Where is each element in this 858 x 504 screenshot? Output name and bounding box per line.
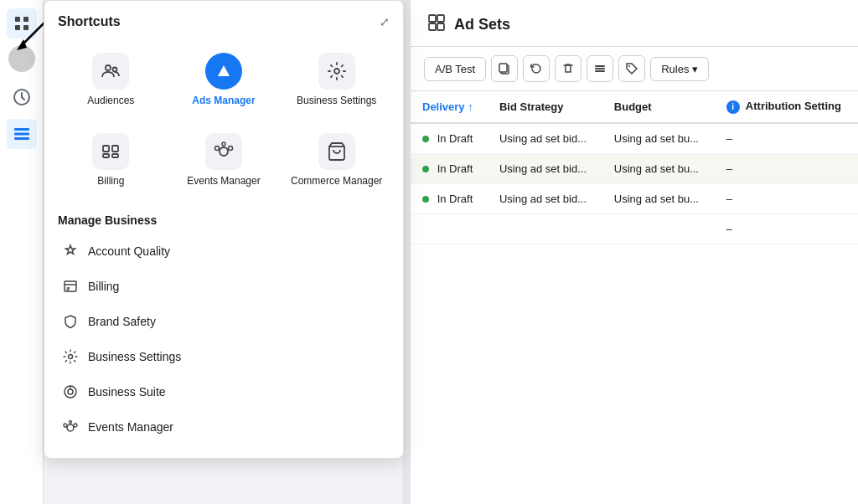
- manage-business-settings-icon: [61, 347, 80, 366]
- events-manager-label: Events Manager: [187, 175, 260, 187]
- manage-events-manager[interactable]: Events Manager: [58, 409, 390, 445]
- cell-delivery-4: [411, 213, 488, 244]
- account-quality-icon: [61, 242, 80, 260]
- svg-rect-14: [103, 146, 109, 152]
- cell-delivery-2: In Draft: [411, 153, 488, 183]
- svg-point-19: [214, 147, 219, 151]
- tag-icon: [625, 62, 638, 75]
- billing-icon: [101, 141, 121, 162]
- svg-point-10: [106, 65, 111, 70]
- manage-business-suite[interactable]: Business Suite: [58, 374, 390, 409]
- undo-button[interactable]: [523, 55, 550, 82]
- cell-bid-strategy-4: [488, 213, 602, 244]
- table-row[interactable]: –: [411, 213, 858, 244]
- svg-point-23: [69, 355, 73, 359]
- svg-point-25: [68, 389, 73, 394]
- list-icon: [13, 125, 31, 143]
- shortcut-events-manager[interactable]: Events Manager: [171, 123, 277, 197]
- grid-menu-button[interactable]: [7, 8, 37, 39]
- svg-rect-38: [595, 68, 605, 69]
- shortcut-audiences[interactable]: Audiences: [58, 43, 164, 116]
- shortcut-commerce-manager[interactable]: Commerce Manager: [283, 123, 390, 197]
- sidebar-list-icon[interactable]: [7, 119, 37, 149]
- business-settings-label: Business Settings: [297, 95, 376, 106]
- ad-sets-header: Ad Sets: [411, 0, 858, 47]
- svg-rect-9: [14, 137, 29, 140]
- svg-point-28: [64, 424, 67, 427]
- table-container: Delivery ↑ Bid Strategy Budget i Attribu…: [411, 91, 858, 244]
- business-settings-icon-box: [318, 53, 355, 90]
- delete-button[interactable]: [555, 55, 581, 82]
- svg-rect-16: [103, 154, 109, 157]
- toolbar: A/B Test: [411, 47, 858, 91]
- shortcuts-title: Shortcuts: [58, 14, 121, 29]
- svg-rect-3: [23, 17, 28, 22]
- shortcut-ads-manager[interactable]: Ads Manager: [171, 43, 277, 116]
- svg-rect-22: [65, 281, 76, 291]
- svg-rect-33: [429, 23, 436, 30]
- user-avatar[interactable]: [8, 45, 35, 72]
- status-dot-green: [422, 196, 429, 203]
- svg-point-40: [628, 65, 630, 67]
- audiences-icon-box: [92, 53, 129, 90]
- th-delivery[interactable]: Delivery ↑: [411, 91, 488, 123]
- table-row[interactable]: In Draft Using ad set bid... Using ad se…: [411, 183, 858, 213]
- manage-brand-safety[interactable]: Brand Safety: [58, 304, 390, 339]
- cell-budget-4: [602, 213, 715, 244]
- brand-safety-icon: [61, 312, 80, 331]
- ab-test-button[interactable]: A/B Test: [424, 57, 486, 81]
- edit-button[interactable]: [587, 55, 613, 82]
- svg-marker-12: [218, 65, 230, 76]
- ads-manager-icon: [216, 64, 231, 79]
- svg-rect-8: [14, 133, 29, 136]
- audiences-label: Audiences: [87, 95, 134, 106]
- th-budget: Budget: [602, 91, 715, 123]
- sidebar-clock-icon[interactable]: [7, 82, 37, 112]
- svg-rect-31: [429, 15, 436, 22]
- manage-billing[interactable]: Billing: [58, 269, 390, 304]
- events-manager-manage-label: Events Manager: [88, 420, 173, 434]
- commerce-manager-icon-box: [318, 133, 355, 170]
- left-sidebar: [0, 0, 44, 504]
- rules-button[interactable]: Rules ▾: [650, 57, 709, 81]
- edit-icon: [593, 62, 607, 75]
- ad-sets-title: Ad Sets: [454, 16, 510, 33]
- cell-attribution-1: –: [715, 123, 858, 154]
- svg-point-29: [74, 424, 77, 427]
- tag-button[interactable]: [618, 55, 645, 82]
- manage-business-settings[interactable]: Business Settings: [58, 339, 390, 374]
- ad-sets-table: Delivery ↑ Bid Strategy Budget i Attribu…: [411, 91, 858, 244]
- billing-label: Billing: [97, 175, 124, 187]
- svg-rect-32: [437, 15, 444, 22]
- manage-account-quality[interactable]: Account Quality: [58, 234, 390, 269]
- svg-point-27: [67, 424, 74, 431]
- table-row[interactable]: In Draft Using ad set bid... Using ad se…: [411, 153, 858, 183]
- attribution-info-icon[interactable]: i: [726, 100, 740, 114]
- cell-budget-1: Using ad set bu...: [602, 123, 715, 154]
- table-row[interactable]: In Draft Using ad set bid... Using ad se…: [411, 123, 858, 154]
- shortcuts-header: Shortcuts ⤢: [58, 14, 390, 29]
- svg-rect-34: [437, 23, 444, 30]
- cell-attribution-3: –: [715, 183, 858, 213]
- shortcuts-panel: Shortcuts ⤢ Audiences Ads Manage: [44, 0, 404, 459]
- expand-icon[interactable]: ⤢: [380, 15, 390, 28]
- cell-delivery-1: In Draft: [411, 123, 488, 154]
- commerce-manager-label: Commerce Manager: [291, 175, 382, 187]
- manage-business-list: Account Quality Billing Brand Safety: [58, 234, 390, 445]
- shortcut-billing[interactable]: Billing: [58, 123, 164, 197]
- svg-rect-4: [15, 25, 20, 30]
- shortcut-business-settings[interactable]: Business Settings: [283, 43, 390, 116]
- commerce-manager-icon: [327, 141, 347, 162]
- cell-bid-strategy-2: Using ad set bid...: [488, 153, 602, 183]
- manage-billing-icon: [61, 277, 80, 296]
- undo-icon: [530, 62, 543, 75]
- ads-manager-icon-box: [205, 53, 242, 90]
- svg-rect-36: [499, 64, 507, 72]
- copy-button[interactable]: [491, 55, 518, 82]
- svg-point-18: [220, 147, 228, 156]
- manage-business-title: Manage Business: [58, 213, 390, 227]
- brand-safety-label: Brand Safety: [88, 315, 156, 328]
- main-content: Ad Sets A/B Test: [411, 0, 858, 504]
- events-manager-icon-box: [205, 133, 242, 170]
- cell-bid-strategy-3: Using ad set bid...: [488, 183, 602, 213]
